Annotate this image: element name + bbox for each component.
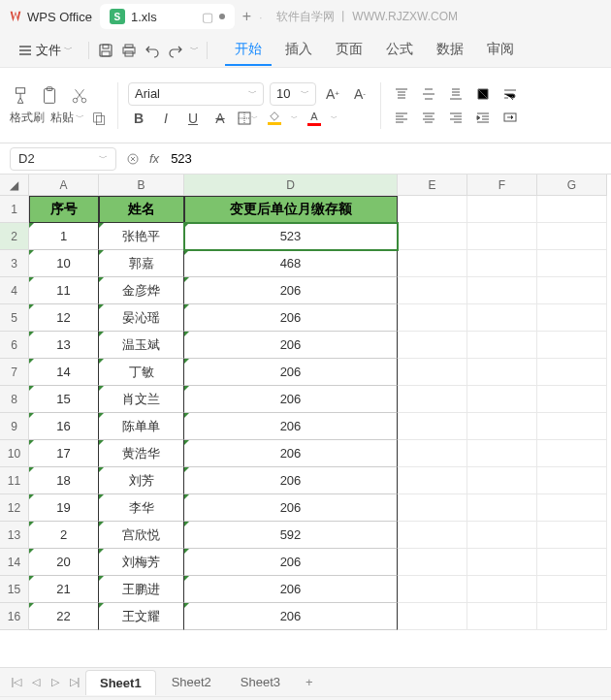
cell[interactable]: 刘芳 [99,467,184,494]
cancel-icon[interactable] [124,147,142,171]
file-tab[interactable]: S 1.xls ▢ [100,4,235,29]
fill-color-dropdown[interactable]: ﹀ [291,113,298,123]
cell[interactable] [467,522,537,549]
prev-sheet-icon[interactable]: ◁ [27,674,45,691]
header-cell[interactable]: 序号 [29,196,99,223]
name-box[interactable]: D2 ﹀ [10,147,116,171]
column-header[interactable]: F [467,175,537,196]
cell[interactable] [467,413,537,440]
merge-cells-icon[interactable] [499,107,521,128]
cell[interactable]: 18 [29,467,99,494]
cell[interactable]: 22 [29,603,99,630]
cell[interactable]: 晏沁瑶 [99,304,184,332]
cell[interactable] [398,223,467,250]
cell[interactable] [467,386,537,413]
tab-review[interactable]: 审阅 [477,35,524,66]
row-header[interactable]: 9 [0,413,29,440]
cell[interactable]: 2 [29,522,99,549]
cell[interactable]: 21 [29,576,99,603]
row-header[interactable]: 3 [0,250,29,277]
font-size-select[interactable]: 10﹀ [270,82,316,106]
cell[interactable] [467,603,537,630]
row-header[interactable]: 13 [0,522,29,549]
cell[interactable] [537,494,607,522]
cell[interactable] [398,603,467,630]
cell[interactable] [398,413,467,440]
cell[interactable]: 206 [184,576,398,603]
cut-icon[interactable] [68,84,91,108]
cell[interactable] [398,440,467,467]
column-header[interactable]: G [537,175,607,196]
cell[interactable]: 16 [29,413,99,440]
cell[interactable]: 郭嘉 [99,250,184,277]
decrease-indent-icon[interactable] [472,107,494,128]
font-color-dropdown[interactable]: ﹀ [331,113,338,123]
print-button[interactable] [120,42,138,59]
cell[interactable]: 206 [184,494,398,522]
cell[interactable]: 206 [184,440,398,467]
copy-icon[interactable] [90,110,108,127]
tab-data[interactable]: 数据 [427,35,473,66]
cell[interactable]: 宫欣悦 [99,522,184,549]
cell[interactable] [467,494,537,522]
bold-button[interactable]: B [128,108,149,129]
header-cell[interactable]: 变更后单位月缴存额 [184,196,398,223]
cell[interactable]: 20 [29,549,99,576]
cell[interactable] [398,196,467,223]
cell[interactable]: 468 [184,250,398,277]
align-right-icon[interactable] [445,107,466,128]
cell[interactable]: 206 [184,277,398,304]
cell[interactable] [467,304,537,332]
increase-font-icon[interactable]: A+ [322,83,343,105]
cell[interactable]: 15 [29,386,99,413]
cell[interactable] [398,576,467,603]
cell[interactable] [467,359,537,386]
row-header[interactable]: 6 [0,332,29,359]
cell[interactable] [467,576,537,603]
font-name-select[interactable]: Arial﹀ [128,82,264,106]
cell[interactable] [398,386,467,413]
cell[interactable]: 19 [29,494,99,522]
select-all-corner[interactable]: ◢ [0,175,29,196]
cell[interactable] [537,196,607,223]
underline-button[interactable]: U [182,108,204,129]
new-tab-button[interactable]: + [242,8,251,25]
strikethrough-button[interactable]: A [209,108,231,129]
cell[interactable]: 206 [184,359,398,386]
last-sheet-icon[interactable]: ▷| [66,674,83,691]
cell[interactable] [398,522,467,549]
column-header[interactable]: B [99,175,184,196]
tab-formula[interactable]: 公式 [376,35,423,66]
italic-button[interactable]: I [155,108,177,129]
font-color-button[interactable]: A [304,108,325,129]
border-button[interactable]: ﹀ [237,108,258,129]
cell[interactable] [467,549,537,576]
cell[interactable]: 206 [184,413,398,440]
cell[interactable]: 206 [184,603,398,630]
cell[interactable] [398,332,467,359]
align-center-icon[interactable] [418,107,439,128]
cell[interactable] [467,250,537,277]
cell[interactable]: 肖文兰 [99,386,184,413]
cell[interactable]: 王文耀 [99,603,184,630]
cell[interactable] [467,196,537,223]
cell[interactable]: 张艳平 [99,223,184,250]
column-header[interactable]: D [184,175,398,196]
sheet-tab-2[interactable]: Sheet2 [158,670,225,694]
cell[interactable]: 陈单单 [99,413,184,440]
first-sheet-icon[interactable]: |◁ [8,674,25,691]
cell[interactable]: 206 [184,304,398,332]
column-header[interactable]: E [398,175,467,196]
fill-color-button[interactable] [264,108,285,129]
row-header[interactable]: 12 [0,494,29,522]
cell[interactable] [398,277,467,304]
cell[interactable] [537,304,607,332]
cell[interactable] [537,250,607,277]
align-middle-icon[interactable] [418,83,439,105]
cell[interactable]: 592 [184,522,398,549]
tab-page[interactable]: 页面 [326,35,372,66]
cell[interactable]: 温玉斌 [99,332,184,359]
cell[interactable] [537,277,607,304]
cell[interactable] [398,549,467,576]
cell[interactable] [537,386,607,413]
